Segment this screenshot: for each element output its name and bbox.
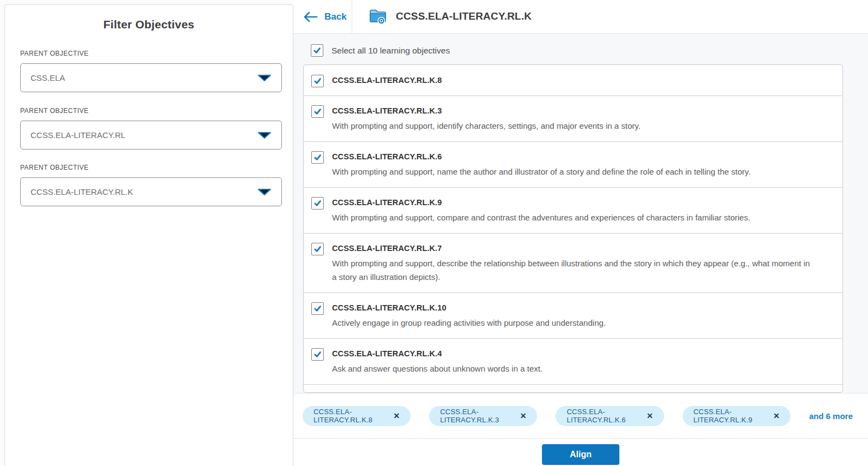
objective-code: CCSS.ELA-LITERACY.RL.K.10 xyxy=(332,302,606,314)
chip-label: CCSS.ELA-LITERACY.RL.K.3 xyxy=(440,408,511,424)
page-title: CCSS.ELA-LITERACY.RL.K xyxy=(396,10,532,22)
objective-description: With prompting and support, identify cha… xyxy=(332,119,641,133)
objective-description: Ask and answer questions about unknown w… xyxy=(332,362,542,375)
objectives-list: CCSS.ELA-LITERACY.RL.K.8 CCSS.ELA-LITERA… xyxy=(303,64,843,393)
checkmark-icon xyxy=(313,46,321,55)
objective-code: CCSS.ELA-LITERACY.RL.K.8 xyxy=(332,74,442,86)
arrow-left-icon xyxy=(303,11,318,23)
chevron-down-icon xyxy=(257,188,272,196)
dropdown-value: CCSS.ELA-LITERACY.RL.K xyxy=(31,187,257,196)
folder-icon xyxy=(369,8,387,25)
chip-remove-icon[interactable]: ✕ xyxy=(394,412,400,420)
parent-objective-dropdown-2[interactable]: CCSS.ELA-LITERACY.RL xyxy=(20,121,282,150)
objective-code: CCSS.ELA-LITERACY.RL.K.9 xyxy=(332,196,750,208)
objective-row: CCSS.ELA-LITERACY.RL.K.4 Ask and answer … xyxy=(304,338,842,384)
parent-objective-label: PARENT OBJECTIVE xyxy=(20,107,282,115)
chevron-down-icon xyxy=(257,132,272,139)
objective-checkbox[interactable] xyxy=(311,151,324,164)
filter-panel-title: Filter Objectives xyxy=(5,18,293,31)
select-all-row: Select all 10 learning objectives xyxy=(311,44,450,57)
chip-label: CCSS.ELA-LITERACY.RL.K.8 xyxy=(314,408,385,424)
filter-objectives-panel: Filter Objectives PARENT OBJECTIVE CSS.E… xyxy=(4,4,293,466)
selected-chip: CCSS.ELA-LITERACY.RL.K.8 ✕ xyxy=(303,406,411,426)
objective-checkbox[interactable] xyxy=(311,348,324,361)
chip-label: CCSS.ELA-LITERACY.RL.K.6 xyxy=(566,408,638,424)
objective-row: CCSS.ELA-LITERACY.RL.K.6 With prompting … xyxy=(304,141,842,187)
chip-remove-icon[interactable]: ✕ xyxy=(520,412,527,420)
objective-checkbox[interactable] xyxy=(311,105,324,118)
parent-objective-group-1: PARENT OBJECTIVE CSS.ELA xyxy=(20,50,282,92)
selected-chip: CCSS.ELA-LITERACY.RL.K.3 ✕ xyxy=(429,406,537,426)
checkmark-icon xyxy=(314,350,322,359)
parent-objective-dropdown-1[interactable]: CSS.ELA xyxy=(20,63,282,92)
objective-checkbox[interactable] xyxy=(311,75,324,87)
objective-description: Actively engage in group reading activit… xyxy=(332,316,606,330)
checkmark-icon xyxy=(314,199,322,207)
select-all-label: Select all 10 learning objectives xyxy=(331,46,450,56)
objective-checkbox[interactable] xyxy=(311,197,324,210)
objective-description: With prompting and support, name the aut… xyxy=(332,165,751,178)
align-objectives-screen: Filter Objectives PARENT OBJECTIVE CSS.E… xyxy=(0,0,868,466)
parent-objective-group-2: PARENT OBJECTIVE CCSS.ELA-LITERACY.RL xyxy=(20,107,282,150)
back-button[interactable]: Back xyxy=(303,8,347,26)
parent-objective-label: PARENT OBJECTIVE xyxy=(20,50,282,57)
dropdown-value: CSS.ELA xyxy=(31,73,257,82)
parent-objective-label: PARENT OBJECTIVE xyxy=(20,164,282,171)
chip-label: CCSS.ELA-LITERACY.RL.K.9 xyxy=(694,408,765,424)
checkmark-icon xyxy=(314,153,322,162)
parent-objective-group-3: PARENT OBJECTIVE CCSS.ELA-LITERACY.RL.K xyxy=(20,164,282,206)
objective-code: CCSS.ELA-LITERACY.RL.K.7 xyxy=(332,242,812,254)
objective-row: CCSS.ELA-LITERACY.RL.K.10 Actively engag… xyxy=(304,292,842,338)
objective-code: CCSS.ELA-LITERACY.RL.K.6 xyxy=(332,151,751,163)
objective-description: With prompting and support, describe the… xyxy=(332,256,812,284)
align-button[interactable]: Align xyxy=(542,444,619,465)
objective-code: CCSS.ELA-LITERACY.RL.K.4 xyxy=(332,348,542,360)
objective-row: CCSS.ELA-LITERACY.RL.K.5 xyxy=(304,384,842,393)
objective-code: CCSS.ELA-LITERACY.RL.K.3 xyxy=(332,105,641,117)
chevron-down-icon xyxy=(257,74,272,82)
objective-checkbox[interactable] xyxy=(311,243,324,255)
objective-description: With prompting and support, compare and … xyxy=(332,211,750,224)
objective-row: CCSS.ELA-LITERACY.RL.K.9 With prompting … xyxy=(304,187,842,233)
objective-row: CCSS.ELA-LITERACY.RL.K.8 xyxy=(304,65,842,95)
chip-remove-icon[interactable]: ✕ xyxy=(647,412,653,420)
parent-objective-dropdown-3[interactable]: CCSS.ELA-LITERACY.RL.K xyxy=(20,177,282,206)
dropdown-value: CCSS.ELA-LITERACY.RL xyxy=(31,130,257,140)
select-all-checkbox[interactable] xyxy=(311,44,323,57)
back-label: Back xyxy=(324,11,347,22)
checkmark-icon xyxy=(314,77,322,85)
selected-chip: CCSS.ELA-LITERACY.RL.K.9 ✕ xyxy=(683,406,791,426)
and-more-link[interactable]: and 6 more xyxy=(809,411,853,421)
objectives-header: Back CCSS.ELA-LITERACY.RL.K xyxy=(293,0,868,34)
header-divider xyxy=(352,0,352,34)
chip-remove-icon[interactable]: ✕ xyxy=(773,412,780,420)
objectives-panel: Back CCSS.ELA-LITERACY.RL.K Select all 1… xyxy=(293,0,868,466)
align-action-bar: Align xyxy=(293,438,868,466)
selected-chip: CCSS.ELA-LITERACY.RL.K.6 ✕ xyxy=(556,406,664,426)
checkmark-icon xyxy=(314,245,322,253)
objective-row: CCSS.ELA-LITERACY.RL.K.3 With prompting … xyxy=(304,95,842,141)
selected-objectives-bar: CCSS.ELA-LITERACY.RL.K.8 ✕ CCSS.ELA-LITE… xyxy=(293,393,868,438)
checkmark-icon xyxy=(314,107,322,116)
checkmark-icon xyxy=(314,304,322,313)
objective-row: CCSS.ELA-LITERACY.RL.K.7 With prompting … xyxy=(304,233,842,292)
objective-checkbox[interactable] xyxy=(311,302,324,315)
